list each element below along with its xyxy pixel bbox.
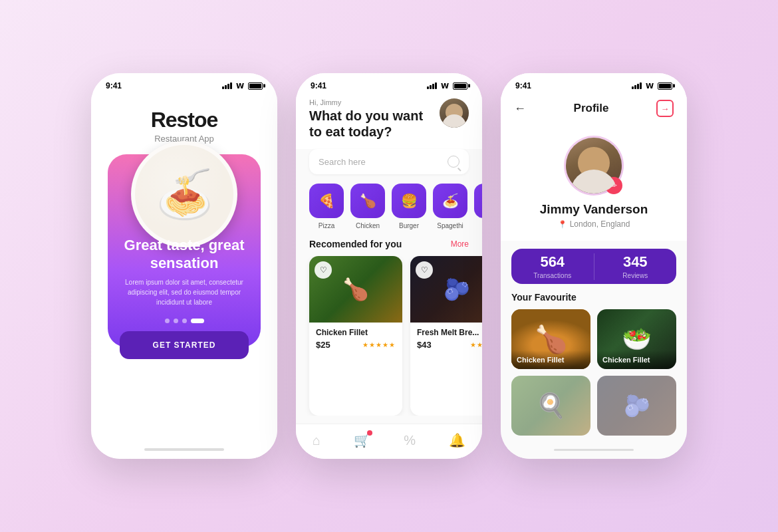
profile-screen-phone: 9:41 𝗪 ← Profile → (501, 73, 687, 459)
favourites-grid: Chicken Fillet Chicken Fillet (511, 309, 676, 436)
transactions-number: 564 (511, 253, 594, 271)
dot-2[interactable] (174, 319, 178, 323)
fav-card-4[interactable] (597, 376, 676, 436)
profile-location: 📍 London, England (558, 219, 630, 229)
hero-text-block: Great taste, great sensation Lorem ipsum… (108, 237, 261, 307)
avatar-body (442, 114, 466, 128)
category-chicken[interactable]: 🍗 Chicken (350, 184, 385, 229)
food-price-row-2: $43 ★★★★ (417, 340, 482, 350)
welcome-content: Restoe Restaurant App 🍝 Great taste, gre… (91, 94, 277, 435)
favourites-section: Your Favourite Chicken Fillet Chicken Fi… (501, 292, 687, 436)
food-price-row-1: $25 ★★★★★ (316, 340, 396, 350)
signal-icon-1 (222, 82, 232, 89)
home-screen-phone: 9:41 𝗪 Hi, Jimmy What do you wantto eat … (296, 73, 482, 459)
avatar-ring: ✏ (564, 136, 624, 196)
time-1: 9:41 (106, 81, 122, 90)
nav-home[interactable]: ⌂ (313, 433, 321, 448)
avatar-inner (566, 138, 622, 194)
food-name-2: Fresh Melt Bre... (417, 328, 482, 337)
fav-card-2[interactable]: Chicken Fillet (597, 309, 676, 369)
food-card-chicken[interactable]: ♡ Chicken Fillet $25 ★★★★★ (309, 256, 402, 416)
food-stars-1: ★★★★★ (362, 341, 396, 348)
categories-scroll: 🍕 Pizza 🍗 Chicken 🍔 Burger 🍝 Spagethi M (296, 184, 482, 239)
fav-label-2: Chicken Fillet (597, 350, 676, 369)
nav-offers[interactable]: % (404, 433, 416, 448)
status-bar-3: 9:41 𝗪 (501, 73, 687, 94)
fav-img-4 (597, 376, 676, 436)
food-price-2: $43 (417, 340, 432, 350)
more-icon-box: M (474, 184, 482, 218)
food-image: 🍝 (131, 141, 237, 247)
spaghetti-label: Spagethi (437, 222, 463, 229)
location-text: London, England (570, 219, 630, 229)
stats-bar: 564 Transactions 345 Reviews (511, 249, 676, 284)
hero-description: Lorem ipsum dolor sit amet, consectetur … (121, 277, 247, 307)
home-indicator-3 (554, 449, 634, 451)
profile-avatar-face (566, 138, 622, 194)
search-bar[interactable]: Search here (309, 149, 469, 174)
stat-transactions: 564 Transactions (511, 249, 594, 284)
logout-button[interactable]: → (656, 100, 674, 117)
time-2: 9:41 (311, 81, 326, 90)
time-3: 9:41 (515, 81, 531, 90)
user-avatar-home[interactable] (440, 98, 469, 128)
fav-label-1: Chicken Fillet (511, 350, 590, 369)
food-name-1: Chicken Fillet (316, 328, 396, 337)
fav-img-3 (511, 376, 590, 436)
dot-1[interactable] (165, 319, 170, 323)
status-icons-3: 𝗪 (632, 82, 672, 90)
pizza-icon-box: 🍕 (309, 184, 344, 218)
category-burger[interactable]: 🍔 Burger (392, 184, 426, 229)
reviews-label: Reviews (594, 272, 677, 279)
get-started-button[interactable]: GET STARTED (120, 331, 249, 359)
home-header: Hi, Jimmy What do you wantto eat today? (296, 94, 482, 149)
search-icon (448, 156, 459, 168)
dot-4-active[interactable] (191, 319, 204, 323)
food-card-img-fresh: ♡ (410, 256, 482, 323)
food-price-1: $25 (316, 340, 330, 350)
battery-icon-3 (658, 82, 672, 90)
profile-title: Profile (574, 102, 609, 115)
pizza-label: Pizza (319, 222, 334, 229)
category-spaghetti[interactable]: 🍝 Spagethi (433, 184, 467, 229)
location-pin-icon: 📍 (558, 220, 567, 229)
status-icons-1: 𝗪 (222, 82, 263, 90)
cart-notification-dot (367, 430, 372, 436)
transactions-label: Transactions (511, 272, 594, 279)
food-stars-2: ★★★★ (470, 341, 482, 348)
section-title: Recomended for you (309, 239, 402, 249)
food-card-img-chicken: ♡ (309, 256, 402, 323)
avatar-inner-body (571, 170, 617, 194)
heart-button-1[interactable]: ♡ (315, 261, 332, 279)
stat-reviews: 345 Reviews (594, 249, 677, 284)
nav-cart[interactable]: 🛒 (354, 432, 370, 448)
home-indicator-1 (144, 448, 224, 451)
avatar-face (440, 98, 469, 128)
food-card-fresh[interactable]: ♡ Fresh Melt Bre... $43 ★★★★ (410, 256, 482, 416)
fav-card-1[interactable]: Chicken Fillet (511, 309, 590, 369)
back-button[interactable]: ← (514, 102, 526, 116)
status-bar-2: 9:41 𝗪 (296, 73, 482, 94)
signal-icon-2 (427, 82, 437, 89)
food-card-info-fresh: Fresh Melt Bre... $43 ★★★★ (410, 323, 482, 355)
heart-button-2[interactable]: ♡ (416, 261, 433, 279)
hero-headline: Great taste, great sensation (121, 237, 247, 272)
signal-icon-3 (632, 82, 642, 89)
spaghetti-icon-box: 🍝 (433, 184, 467, 218)
status-bar-1: 9:41 𝗪 (91, 73, 277, 94)
greeting-sub: Hi, Jimmy (309, 98, 423, 106)
nav-notifications[interactable]: 🔔 (449, 432, 465, 448)
reviews-number: 345 (594, 253, 677, 271)
wifi-icon-3: 𝗪 (646, 82, 654, 90)
burger-label: Burger (399, 222, 419, 229)
greeting-block: Hi, Jimmy What do you wantto eat today? (309, 98, 423, 140)
more-link[interactable]: More (451, 239, 469, 249)
dot-3[interactable] (182, 319, 187, 323)
profile-avatar-section: ✏ Jimmy Vanderson 📍 London, England (501, 126, 687, 241)
category-pizza[interactable]: 🍕 Pizza (309, 184, 344, 229)
chicken-icon-box: 🍗 (350, 184, 385, 218)
burger-icon-box: 🍔 (392, 184, 426, 218)
category-more[interactable]: M More (474, 184, 482, 229)
fav-card-3[interactable] (511, 376, 590, 436)
search-placeholder: Search here (319, 157, 366, 167)
